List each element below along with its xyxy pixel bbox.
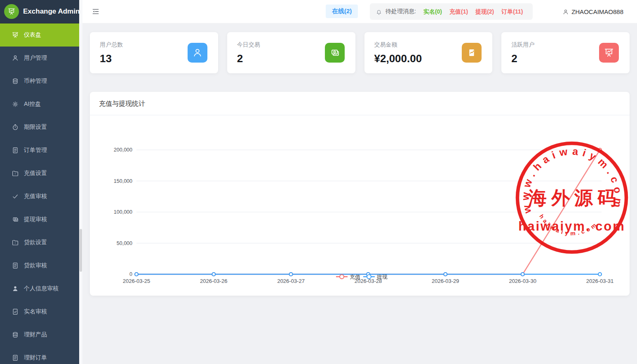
stat-card-today-trades: 今日交易2 bbox=[227, 32, 355, 73]
chart-card: 充值与提现统计 050,000100,000150,000200,0002026… bbox=[90, 92, 630, 296]
sidebar-item-withdraw-review[interactable]: 提现审核 bbox=[0, 208, 79, 231]
svg-text:0: 0 bbox=[129, 271, 132, 277]
logo-badge bbox=[4, 4, 19, 19]
user-menu[interactable]: ZHAOCAIMAO888 bbox=[562, 0, 623, 23]
pending-messages-bar: 待处理消息: 实名(0)充值(1)提现(2)订单(11) bbox=[370, 3, 533, 20]
sidebar-item-orders[interactable]: 订单管理 bbox=[0, 139, 79, 162]
sidebar-item-label: 充值设置 bbox=[24, 170, 47, 177]
sidebar-item-profile-review[interactable]: 个人信息审核 bbox=[0, 277, 79, 300]
menu-fold-button[interactable] bbox=[92, 7, 100, 16]
stat-icon-box bbox=[462, 43, 482, 63]
stat-icon-box bbox=[188, 43, 207, 63]
sidebar-menu: 仪表盘用户管理币种管理AI控盘期限设置订单管理充值设置充值审核提现审核贷款设置贷… bbox=[0, 23, 79, 364]
chart-body: 050,000100,000150,000200,0002026-03-2520… bbox=[90, 115, 630, 296]
stat-icon-box bbox=[325, 43, 345, 63]
sidebar-item-recharge-review[interactable]: 充值审核 bbox=[0, 185, 79, 208]
document-icon bbox=[12, 147, 19, 154]
svg-text:2026-03-30: 2026-03-30 bbox=[509, 278, 536, 284]
pending-badge[interactable]: 充值(1) bbox=[449, 8, 468, 15]
sidebar-item-label: 贷款设置 bbox=[24, 239, 47, 246]
sidebar-item-loan-settings[interactable]: 贷款设置 bbox=[0, 231, 79, 254]
pending-badges: 实名(0)充值(1)提现(2)订单(11) bbox=[416, 8, 523, 16]
svg-text:充值: 充值 bbox=[350, 274, 360, 280]
sidebar-item-loan-review[interactable]: 贷款审核 bbox=[0, 254, 79, 277]
svg-text:2026-03-31: 2026-03-31 bbox=[586, 278, 614, 284]
dashboard-icon bbox=[604, 47, 614, 58]
user-icon bbox=[562, 9, 569, 15]
stat-card-active-users: 活跃用户2 bbox=[501, 32, 630, 73]
sidebar-item-label: 充值审核 bbox=[24, 193, 47, 200]
dashboard-icon bbox=[12, 31, 19, 39]
pending-badge[interactable]: 订单(11) bbox=[501, 8, 523, 15]
topbar: 在线(2) 待处理消息: 实名(0)充值(1)提现(2)订单(11) ZHAOC… bbox=[82, 0, 637, 23]
sidebar-item-wealth-orders[interactable]: 理财订单 bbox=[0, 346, 79, 364]
timer-icon bbox=[12, 124, 19, 131]
sidebar-item-label: AI控盘 bbox=[24, 100, 41, 108]
check-icon bbox=[12, 193, 19, 200]
user-avatar-icon bbox=[562, 8, 569, 15]
document-icon bbox=[12, 354, 19, 362]
sidebar-item-currencies[interactable]: 币种管理 bbox=[0, 70, 79, 93]
user-icon bbox=[192, 47, 203, 58]
sidebar-item-label: 提现审核 bbox=[24, 216, 47, 223]
sidebar-scrollbar-track[interactable] bbox=[79, 0, 82, 364]
pending-badge[interactable]: 实名(0) bbox=[423, 8, 442, 15]
sidebar-item-wealth-products[interactable]: 理财产品 bbox=[0, 323, 79, 346]
sidebar-item-label: 实名审核 bbox=[24, 308, 47, 315]
sidebar-item-label: 贷款审核 bbox=[24, 262, 47, 269]
sidebar-item-ai-control[interactable]: AI控盘 bbox=[0, 93, 79, 116]
username: ZHAOCAIMAO888 bbox=[571, 8, 623, 15]
bell-icon bbox=[376, 8, 382, 15]
stat-card-trade-amount: 交易金额¥2,000.00 bbox=[364, 32, 493, 73]
chart-title: 充值与提现统计 bbox=[99, 100, 145, 107]
folder-icon bbox=[12, 170, 19, 177]
svg-text:50,000: 50,000 bbox=[117, 240, 132, 246]
bell-icon bbox=[376, 9, 382, 16]
document-check-icon bbox=[12, 308, 19, 315]
person-filled-icon bbox=[12, 285, 19, 292]
sidebar-item-label: 个人信息审核 bbox=[24, 285, 59, 292]
chart-card-header: 充值与提现统计 bbox=[90, 92, 630, 115]
pending-label: 待处理消息: bbox=[385, 8, 416, 15]
user-icon bbox=[12, 54, 19, 62]
sidebar-scrollbar-thumb[interactable] bbox=[80, 229, 82, 272]
stat-icon-box bbox=[599, 43, 619, 63]
money-icon bbox=[329, 47, 340, 58]
pending-badge[interactable]: 提现(2) bbox=[475, 8, 494, 15]
sidebar-item-term-settings[interactable]: 期限设置 bbox=[0, 116, 79, 139]
svg-text:2026-03-29: 2026-03-29 bbox=[432, 278, 459, 284]
sidebar-item-users[interactable]: 用户管理 bbox=[0, 47, 79, 70]
menu-fold-icon bbox=[92, 7, 100, 16]
stats-row: 用户总数13今日交易2交易金额¥2,000.00活跃用户2 bbox=[90, 32, 630, 73]
sidebar-item-label: 仪表盘 bbox=[24, 31, 41, 39]
app-root: Exchange Admin 仪表盘用户管理币种管理AI控盘期限设置订单管理充值… bbox=[0, 0, 637, 364]
line-chart: 050,000100,000150,000200,0002026-03-2520… bbox=[90, 115, 630, 296]
svg-text:150,000: 150,000 bbox=[114, 178, 132, 184]
sidebar-item-label: 理财订单 bbox=[24, 354, 47, 362]
logo: Exchange Admin bbox=[0, 0, 79, 23]
sidebar-item-label: 币种管理 bbox=[24, 77, 47, 85]
sidebar-item-label: 订单管理 bbox=[24, 147, 47, 154]
coins-icon bbox=[12, 331, 19, 338]
sidebar: Exchange Admin 仪表盘用户管理币种管理AI控盘期限设置订单管理充值… bbox=[0, 0, 79, 364]
svg-text:2026-03-26: 2026-03-26 bbox=[200, 278, 228, 284]
coins-icon bbox=[12, 77, 19, 85]
sidebar-item-label: 期限设置 bbox=[24, 124, 47, 131]
main-content: 用户总数13今日交易2交易金额¥2,000.00活跃用户2 充值与提现统计 05… bbox=[82, 23, 637, 364]
svg-text:100,000: 100,000 bbox=[114, 209, 132, 215]
sidebar-item-recharge-settings[interactable]: 充值设置 bbox=[0, 162, 79, 185]
online-badge[interactable]: 在线(2) bbox=[326, 5, 358, 18]
trend-page-icon bbox=[466, 47, 477, 58]
svg-text:200,000: 200,000 bbox=[114, 147, 132, 153]
sidebar-item-label: 理财产品 bbox=[24, 331, 47, 338]
sidebar-item-dashboard[interactable]: 仪表盘 bbox=[0, 23, 79, 47]
gear-icon bbox=[12, 100, 19, 108]
money-icon bbox=[12, 216, 19, 223]
svg-text:2026-03-27: 2026-03-27 bbox=[277, 278, 305, 284]
sidebar-item-label: 用户管理 bbox=[24, 54, 47, 62]
document-icon bbox=[12, 262, 19, 269]
svg-text:提现: 提现 bbox=[376, 274, 388, 280]
sidebar-item-kyc-review[interactable]: 实名审核 bbox=[0, 300, 79, 323]
app-title: Exchange Admin bbox=[23, 7, 79, 16]
svg-text:2026-03-25: 2026-03-25 bbox=[123, 278, 150, 284]
